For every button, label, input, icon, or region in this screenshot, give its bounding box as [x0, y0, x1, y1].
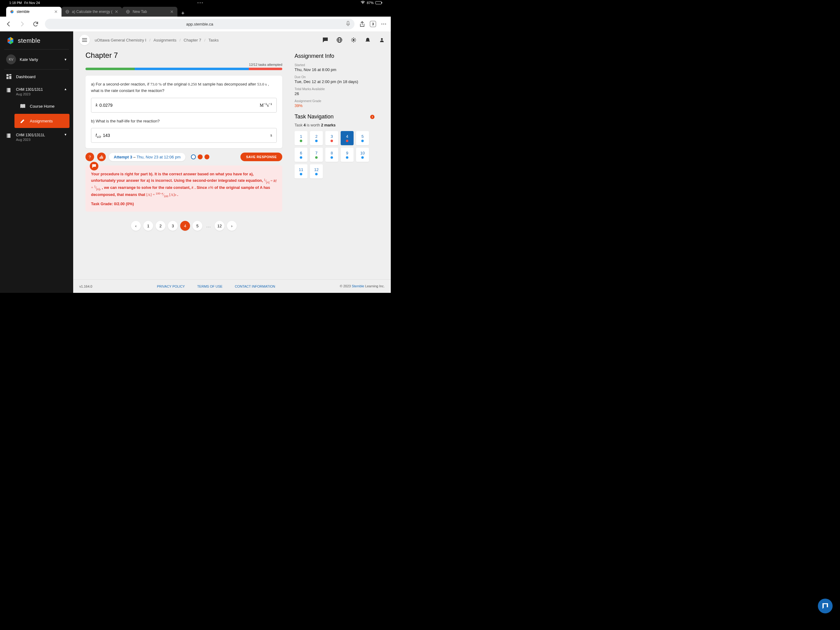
answer-input-b[interactable]: t1/2 143 s	[91, 128, 277, 143]
svg-point-27	[353, 39, 355, 41]
svg-rect-9	[347, 21, 349, 24]
task-grid: 123456789101112	[295, 131, 374, 179]
settings-icon[interactable]	[351, 37, 356, 43]
assignment-info-panel: Assignment Info Started Thu, Nov 16 at 8…	[295, 51, 374, 279]
globe-icon	[126, 9, 130, 14]
close-tab-icon[interactable]: ✕	[115, 9, 118, 14]
feedback-icon	[90, 162, 98, 171]
grade-value: 39%	[295, 103, 374, 108]
page-4[interactable]: 4	[180, 221, 190, 231]
browser-tab-strip: stemble ✕ a) Calculate the energy ( ✕ Ne…	[0, 6, 391, 17]
page-5[interactable]: 5	[193, 221, 202, 231]
svg-rect-19	[9, 76, 11, 79]
chevron-down-icon: ▼	[64, 58, 67, 61]
task-cell-11[interactable]: 11	[295, 164, 308, 179]
browser-tab-active[interactable]: stemble ✕	[6, 7, 62, 17]
browser-tab[interactable]: New Tab ✕	[122, 7, 177, 17]
course-chm1301[interactable]: CHM 1301/1311 Aug 2023 ▲	[0, 84, 73, 100]
info-title: Assignment Info	[295, 53, 374, 59]
progress-bar	[85, 68, 282, 70]
svg-point-11	[384, 24, 384, 25]
task-cell-3[interactable]: 3	[325, 131, 338, 145]
info-icon[interactable]: !	[370, 115, 374, 119]
user-menu[interactable]: KV Kate Varty ▼	[0, 49, 73, 69]
page-prev[interactable]: ‹	[131, 221, 141, 231]
battery-percent: 87%	[367, 1, 374, 5]
breadcrumb-item[interactable]: Assignments	[153, 38, 176, 43]
svg-rect-31	[101, 155, 102, 159]
task-cell-12[interactable]: 12	[310, 164, 323, 179]
footer-privacy[interactable]: PRIVACY POLICY	[157, 285, 185, 288]
save-response-button[interactable]: SAVE RESPONSE	[240, 153, 282, 161]
tab-title: a) Calculate the energy (	[72, 9, 112, 14]
task-cell-8[interactable]: 8	[325, 148, 338, 162]
svg-point-28	[381, 38, 383, 40]
mic-icon[interactable]	[346, 21, 350, 27]
task-cell-9[interactable]: 9	[341, 148, 354, 162]
breadcrumb: uOttawa General Chemistry I/ Assignments…	[95, 38, 219, 43]
attempt-dot[interactable]	[191, 154, 196, 159]
task-cell-4[interactable]: 4	[341, 131, 354, 145]
question-a: a) For a second-order reaction, if 73.0 …	[91, 81, 277, 94]
brand-logo[interactable]: stemble	[0, 36, 73, 49]
attempt-dot[interactable]	[204, 154, 209, 159]
nav-course-home[interactable]: Course Home	[11, 100, 73, 112]
breadcrumb-item[interactable]: Chapter 7	[183, 38, 201, 43]
reload-button[interactable]	[32, 20, 40, 28]
profile-icon[interactable]	[379, 37, 385, 43]
question-b: b) What is the half-life for the reactio…	[91, 118, 277, 125]
app-topbar: uOttawa General Chemistry I/ Assignments…	[73, 32, 391, 49]
page-2[interactable]: 2	[156, 221, 166, 231]
multitask-dots[interactable]	[197, 2, 203, 3]
back-button[interactable]	[4, 20, 13, 28]
task-worth: Task 4 is worth 2 marks	[295, 123, 374, 127]
task-cell-2[interactable]: 2	[310, 131, 323, 145]
page-next[interactable]: ›	[227, 221, 237, 231]
svg-rect-32	[103, 157, 103, 159]
help-button[interactable]: ?	[85, 153, 94, 161]
chat-icon[interactable]	[322, 37, 328, 43]
task-cell-1[interactable]: 1	[295, 131, 308, 145]
footer-contact[interactable]: CONTACT INFORMATION	[235, 285, 275, 288]
task-cell-7[interactable]: 7	[310, 148, 323, 162]
share-icon[interactable]	[359, 21, 365, 27]
task-cell-6[interactable]: 6	[295, 148, 308, 162]
forward-button[interactable]	[18, 20, 27, 28]
tab-title: stemble	[17, 9, 30, 14]
status-date: Fri Nov 24	[24, 1, 40, 5]
course-chm1301l[interactable]: CHM 1301/1311L Aug 2023 ▼	[0, 129, 73, 145]
globe-icon	[65, 9, 69, 14]
app-footer: v1.164.0 PRIVACY POLICY TERMS OF USE CON…	[73, 279, 391, 293]
browser-tab[interactable]: a) Calculate the energy ( ✕	[62, 7, 122, 17]
version: v1.164.0	[79, 285, 92, 288]
breadcrumb-item[interactable]: uOttawa General Chemistry I	[95, 38, 146, 43]
language-icon[interactable]	[337, 37, 342, 43]
answer-input-a[interactable]: k 0.0279 M−1s−1	[91, 98, 277, 112]
attempt-selector[interactable]: Attempt 3 – Thu, Nov 23 at 12:06 pm	[109, 153, 185, 161]
hamburger-button[interactable]	[79, 35, 90, 45]
page-title: Chapter 7	[85, 51, 282, 60]
dashboard-icon	[6, 74, 12, 79]
page-1[interactable]: 1	[143, 221, 153, 231]
nav-dashboard[interactable]: Dashboard	[0, 70, 73, 84]
nav-assignments[interactable]: Assignments	[14, 114, 69, 128]
attempt-row: ? Attempt 3 – Thu, Nov 23 at 12:06 pm SA…	[85, 153, 282, 161]
task-cell-10[interactable]: 10	[356, 148, 369, 162]
page-last[interactable]: 12	[215, 221, 224, 231]
task-cell-5[interactable]: 5	[356, 131, 369, 145]
attempt-dot[interactable]	[198, 154, 203, 159]
tab-count-button[interactable]: 3	[370, 21, 376, 27]
footer-terms[interactable]: TERMS OF USE	[197, 285, 223, 288]
close-tab-icon[interactable]: ✕	[170, 9, 174, 14]
new-tab-button[interactable]: +	[177, 10, 188, 17]
address-bar[interactable]: app.stemble.ca	[45, 19, 355, 29]
stats-button[interactable]	[97, 153, 106, 161]
svg-rect-30	[101, 156, 101, 159]
page-3[interactable]: 3	[168, 221, 178, 231]
pencil-icon	[20, 118, 25, 123]
more-icon[interactable]	[381, 21, 387, 27]
notifications-icon[interactable]	[365, 37, 371, 43]
close-tab-icon[interactable]: ✕	[54, 9, 58, 14]
user-name: Kate Varty	[20, 57, 38, 62]
tasknav-title: Task Navigation	[295, 114, 333, 120]
